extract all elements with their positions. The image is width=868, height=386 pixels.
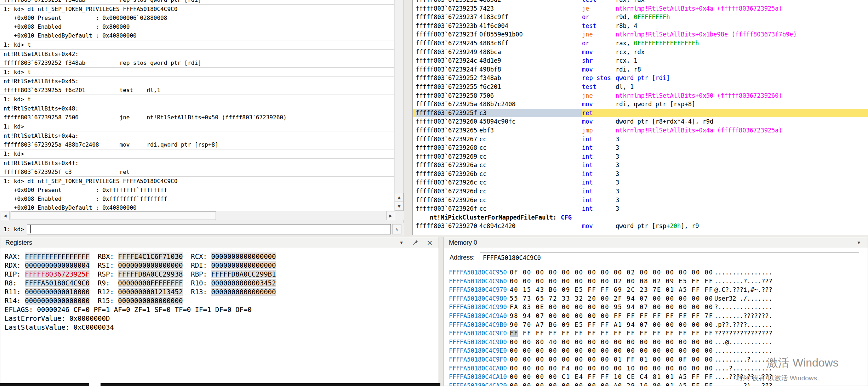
disasm-row[interactable]: fffff803`67239268ccint3: [413, 143, 868, 152]
disasm-row[interactable]: fffff803`672392454883c8fforrax, 0FFFFFFF…: [413, 39, 868, 48]
memory-row[interactable]: FFFFA50180C4C990FA 83 0E 00 00 00 00 00 …: [449, 303, 868, 312]
scroll-right-icon: ▶: [389, 214, 392, 218]
close-icon[interactable]: ×: [426, 239, 434, 246]
register-lines: RAX: FFFFFFFFFFFFFFFF RBX: FFFFE4C1C6F71…: [5, 252, 439, 332]
memory-row[interactable]: FFFFA50180C4CA1000 00 00 00 C1 E4 FF FF …: [449, 373, 868, 381]
command-prompt: 1: kd>: [4, 225, 24, 234]
text-caret: [30, 225, 31, 233]
memory-window: Memory 0 ▾ Address: FFFFA50180C4C9500F 0…: [444, 237, 868, 386]
memory-row[interactable]: FFFFA50180C4C97040 15 43 B6 09 E5 FF FF …: [449, 285, 868, 294]
disasm-row[interactable]: fffff803`67239269ccint3: [413, 152, 868, 161]
taskbar-notch: [89, 383, 101, 386]
scroll-left-button[interactable]: ◀: [1, 211, 10, 220]
registers-content[interactable]: RAX: FFFFFFFFFFFFFFFF RBX: FFFFE4C1C6F71…: [0, 248, 439, 386]
memory-row[interactable]: FFFFA50180C4C9A098 94 07 00 00 00 00 00 …: [449, 312, 868, 320]
memory-row[interactable]: FFFFA50180C4C9F000 00 00 00 00 00 00 00 …: [449, 355, 868, 364]
memory-row[interactable]: FFFFA50180C4C9500F 00 00 00 00 00 00 00 …: [449, 268, 868, 277]
memory-row[interactable]: FFFFA50180C4C9E000 00 00 00 00 00 00 00 …: [449, 346, 868, 355]
console-line: nt!RtlSetAllBits+0x42:: [4, 50, 394, 58]
register-line: RIP: FFFFF8036723925F RSP: FFFFFD8A0CC29…: [5, 270, 439, 279]
disasm-current-row[interactable]: fffff803`6723925fc3ret: [413, 109, 868, 118]
console-line: 1: kd>: [4, 149, 394, 158]
disasm-row[interactable]: fffff803`6723926cccint3: [413, 178, 868, 187]
console-line: nt!RtlSetAllBits+0x4a:: [4, 131, 394, 140]
disasm-row[interactable]: fffff803`672392704c894c2420movqword ptr …: [413, 222, 868, 231]
disasm-row[interactable]: fffff803`6723926eccint3: [413, 196, 868, 205]
console-line: fffff803`67239252 f348ab rep stos qword …: [4, 58, 394, 67]
console-line: fffff803`67239258 7506 jne nt!RtlSetAllB…: [4, 113, 394, 122]
register-line: LastStatusValue: 0xC0000034: [5, 323, 439, 332]
command-output-area[interactable]: fffff803`67239252 f348ab rep stos qword …: [0, 0, 395, 211]
caret-up-icon: ∧: [395, 227, 398, 232]
disasm-row[interactable]: fffff803`67239252f348abrep stosqword ptr…: [413, 74, 868, 83]
disasm-row[interactable]: fffff803`67239249488bcamovrcx, rdx: [413, 48, 868, 57]
memory-address-input[interactable]: [480, 252, 859, 263]
disasm-row[interactable]: fffff803`6723926045894c90fcmovdword ptr …: [413, 117, 868, 126]
disasm-label-row[interactable]: nt!MiPickClusterForMappedFileFault:CFG: [413, 213, 868, 222]
memory-titlebar[interactable]: Memory 0 ▾: [444, 237, 868, 248]
scroll-left-icon: ◀: [4, 214, 6, 218]
disasm-row[interactable]: fffff803`6723923f0f8559e91b00jnentkrnlmp…: [413, 30, 868, 39]
console-line: +0x008 Enabled : 0xffffffff`ffffffff: [4, 194, 394, 203]
memory-address-label: Address:: [450, 254, 475, 261]
memory-dump[interactable]: FFFFA50180C4C9500F 00 00 00 00 00 00 00 …: [449, 268, 868, 386]
console-line: nt!RtlSetAllBits+0x48:: [4, 104, 394, 113]
register-line: EFLAGS: 00000246 CF=0 PF=1 AF=0 ZF=1 SF=…: [5, 305, 439, 314]
register-line: R11: 0000000000010000 R12: 0000000001213…: [5, 288, 439, 296]
memory-titlebar-icons: ▾: [855, 239, 863, 246]
command-input[interactable]: [27, 224, 391, 234]
memory-row[interactable]: FFFFA50180C4C96000 00 00 00 00 00 00 00 …: [449, 277, 868, 286]
console-line: 1: kd> dt nt!_SEP_TOKEN_PRIVILEGES FFFFA…: [4, 177, 394, 186]
console-line: 1: kd> dt nt!_SEP_TOKEN_PRIVILEGES FFFFA…: [4, 5, 394, 13]
memory-row[interactable]: FFFFA50180C4C9D000 00 80 40 00 00 00 00 …: [449, 338, 868, 347]
pin-icon[interactable]: [412, 239, 419, 246]
disasm-row[interactable]: fffff803`672392374183c9fforr9d, 0FFFFFFF…: [413, 13, 868, 22]
disassembly-window[interactable]: fffff803`672392324885d2testrdx, rdxfffff…: [412, 0, 868, 235]
console-line: fffff803`67239252 f348ab rep stos qword …: [4, 0, 394, 4]
console-line: +0x000 Present : 0x00000006`02880008: [4, 13, 394, 22]
command-input-row: 1: kd> ∧: [0, 223, 404, 235]
register-line: R8: FFFFA50180C4C9C0 R9: 00000000FFFFFFF…: [5, 279, 439, 288]
memory-row[interactable]: FFFFA50180C4C9C0FF FF FF FF FF FF FF FF …: [449, 329, 868, 338]
disasm-row[interactable]: fffff803`67239267ccint3: [413, 135, 868, 144]
registers-title: Registers: [5, 239, 32, 246]
chevron-down-icon[interactable]: ▾: [398, 239, 405, 246]
disasm-row[interactable]: fffff803`6723924c48d1e9shrrcx, 1: [413, 56, 868, 65]
scroll-up-button[interactable]: ▲: [395, 193, 404, 202]
scroll-right-button[interactable]: ▶: [386, 211, 395, 220]
command-window: fffff803`67239252 f348ab rep stos qword …: [0, 0, 404, 235]
registers-titlebar[interactable]: Registers ▾ ×: [0, 237, 439, 248]
register-line: RDX: 0000000000000004 RSI: 0000000000000…: [5, 261, 439, 270]
disasm-row[interactable]: fffff803`6723926bccint3: [413, 170, 868, 178]
disasm-row[interactable]: fffff803`6723926dccint3: [413, 187, 868, 196]
disasm-row[interactable]: fffff803`6723923b41f6c004testr8b, 4: [413, 22, 868, 30]
console-line: 1: kd> t: [4, 40, 394, 49]
scroll-down-icon: ▼: [398, 204, 400, 209]
memory-row[interactable]: FFFFA50180C4C98055 73 65 72 33 32 20 00 …: [449, 294, 868, 303]
memory-row[interactable]: FFFFA50180C4CA0000 00 00 00 F4 00 00 00 …: [449, 364, 868, 373]
memory-row[interactable]: FFFFA50180C4C9B090 70 A7 B6 09 E5 FF FF …: [449, 320, 868, 329]
h-scrollbar-thumb[interactable]: [11, 211, 216, 220]
command-vertical-scrollbar[interactable]: ▲ ▼: [395, 0, 404, 211]
registers-window: Registers ▾ × RAX: FFFFFFFFFFFFFFFF RBX:…: [0, 237, 439, 386]
console-line: +0x010 EnabledByDefault : 0x40800000: [4, 203, 394, 211]
console-line: fffff803`67239255 f6c201 test dl,1: [4, 86, 394, 95]
disasm-row[interactable]: fffff803`6723926fccint3: [413, 204, 868, 213]
console-line: +0x000 Present : 0xffffffff`ffffffff: [4, 186, 394, 194]
chevron-down-icon[interactable]: ▾: [855, 239, 863, 246]
memory-row[interactable]: FFFFA50180C4CA2000 00 00 00 00 00 00 00 …: [449, 381, 868, 386]
scroll-up-icon: ▲: [398, 195, 400, 200]
disasm-row[interactable]: fffff803`672392587506jnentkrnlmp!RtlSetA…: [413, 91, 868, 100]
input-history-button[interactable]: ∧: [392, 224, 401, 234]
disasm-row[interactable]: fffff803`672392324885d2testrdx, rdx: [413, 0, 868, 4]
command-horizontal-scrollbar[interactable]: ◀ ▶: [0, 211, 404, 220]
disasm-row[interactable]: fffff803`67239255f6c201testdl, 1: [413, 83, 868, 91]
taskbar-strip: [0, 383, 440, 386]
scroll-down-button[interactable]: ▼: [395, 202, 404, 211]
console-line: 1: kd> t: [4, 68, 394, 76]
disasm-row[interactable]: fffff803`6723924f498bf8movrdi, r8: [413, 65, 868, 74]
disasm-row[interactable]: fffff803`6723926accint3: [413, 161, 868, 170]
disasm-row[interactable]: fffff803`67239265ebf3jmpntkrnlmp!RtlSetA…: [413, 126, 868, 135]
disasm-row[interactable]: fffff803`6723925a488b7c2408movrdi, qword…: [413, 100, 868, 109]
disasm-row[interactable]: fffff803`672392357423jentkrnlmp!RtlSetAl…: [413, 4, 868, 13]
